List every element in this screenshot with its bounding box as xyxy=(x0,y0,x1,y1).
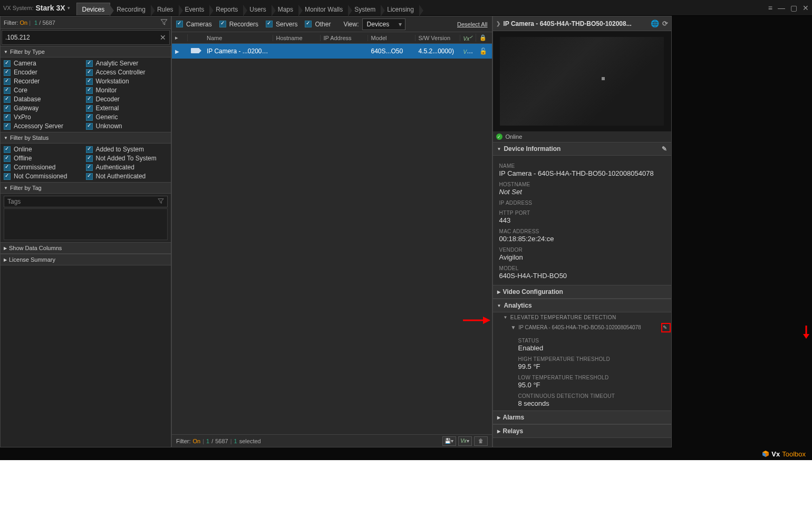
alarms-header[interactable]: ▶Alarms xyxy=(493,411,671,424)
checkbox-icon[interactable] xyxy=(219,21,226,27)
checkbox-icon[interactable] xyxy=(86,164,93,171)
checkbox-icon[interactable] xyxy=(86,87,93,94)
chevron-right-icon[interactable]: ❯ xyxy=(496,21,500,26)
tab-devices[interactable]: Devices xyxy=(76,3,111,15)
device-filter-recorders[interactable]: Recorders xyxy=(219,21,258,28)
view-dropdown[interactable]: Devices xyxy=(362,18,406,30)
filter-type-gateway[interactable]: Gateway xyxy=(4,104,86,112)
tab-events[interactable]: Events xyxy=(180,3,210,15)
filter-search[interactable]: ✕ xyxy=(2,30,170,45)
filter-status-authenticated[interactable]: Authenticated xyxy=(86,164,168,171)
tab-licensing[interactable]: Licensing xyxy=(382,3,419,15)
filter-status-commissioned[interactable]: Commissioned xyxy=(4,164,86,171)
row-lock-icon[interactable]: 🔓 xyxy=(476,47,492,55)
checkbox-icon[interactable] xyxy=(4,87,11,94)
col-version[interactable]: S/W Version xyxy=(415,35,460,41)
tab-rules[interactable]: Rules xyxy=(152,3,179,15)
checkbox-icon[interactable] xyxy=(86,105,93,112)
tab-recording[interactable]: Recording xyxy=(111,3,151,15)
filter-status-added-to-system[interactable]: Added to System xyxy=(86,146,168,153)
etd-header[interactable]: ▼ELEVATED TEMPERATURE DETECTION xyxy=(493,312,671,322)
filter-type-analytic-server[interactable]: Analytic Server xyxy=(86,60,168,67)
filter-status-online[interactable]: Online xyxy=(4,146,86,153)
delete-button[interactable]: 🗑 xyxy=(474,436,488,446)
filter-tag-header[interactable]: ▼Filter by Tag xyxy=(1,182,171,194)
tab-reports[interactable]: Reports xyxy=(210,3,243,15)
checkbox-icon[interactable] xyxy=(4,155,11,162)
close-icon[interactable]: ✕ xyxy=(803,4,809,12)
col-hostname[interactable]: Hostname xyxy=(273,35,321,41)
checkbox-icon[interactable] xyxy=(176,21,183,27)
filter-type-access-controller[interactable]: Access Controller xyxy=(86,69,168,76)
filter-type-recorder[interactable]: Recorder xyxy=(4,78,86,85)
funnel-icon[interactable] xyxy=(160,18,168,27)
filter-status-offline[interactable]: Offline xyxy=(4,155,86,162)
minimize-icon[interactable]: — xyxy=(778,4,785,12)
relays-header[interactable]: ▶Relays xyxy=(493,424,671,438)
filter-type-unknown[interactable]: Unknown xyxy=(86,122,168,130)
checkbox-icon[interactable] xyxy=(4,146,11,153)
filter-type-monitor[interactable]: Monitor xyxy=(86,87,168,94)
checkbox-icon[interactable] xyxy=(4,96,11,103)
device-filter-servers[interactable]: Servers xyxy=(266,21,297,28)
tag-funnel-icon[interactable] xyxy=(158,198,164,206)
analytics-header[interactable]: ▼Analytics xyxy=(493,299,671,312)
checkbox-icon[interactable] xyxy=(4,173,11,180)
checkbox-icon[interactable] xyxy=(86,96,93,103)
section-show-data-columns[interactable]: ▶Show Data Columns xyxy=(1,242,171,254)
tags-input[interactable]: Tags xyxy=(4,196,168,207)
tab-maps[interactable]: Maps xyxy=(273,3,298,15)
expand-row-icon[interactable]: ▶ xyxy=(172,49,188,54)
maximize-icon[interactable]: ▢ xyxy=(790,4,797,12)
refresh-icon[interactable]: ⟳ xyxy=(662,20,668,27)
checkbox-icon[interactable] xyxy=(4,105,11,112)
checkbox-icon[interactable] xyxy=(86,146,93,153)
filter-type-accessory-server[interactable]: Accessory Server xyxy=(4,122,86,130)
system-dropdown-icon[interactable]: ▾ xyxy=(67,5,70,11)
checkbox-icon[interactable] xyxy=(305,21,312,27)
tab-monitor-walls[interactable]: Monitor Walls xyxy=(299,3,348,15)
checkbox-icon[interactable] xyxy=(4,123,11,130)
col-model[interactable]: Model xyxy=(368,35,415,41)
filter-type-generic[interactable]: Generic xyxy=(86,113,168,121)
filter-status-header[interactable]: ▼Filter by Status xyxy=(1,132,171,144)
checkbox-icon[interactable] xyxy=(86,69,93,76)
col-lock[interactable]: 🔒 xyxy=(476,34,492,41)
section-license-summary[interactable]: ▶License Summary xyxy=(1,254,171,265)
filter-status-not-added-to-system[interactable]: Not Added To System xyxy=(86,155,168,162)
col-name[interactable]: Name xyxy=(204,35,273,41)
device-filter-cameras[interactable]: Cameras xyxy=(176,21,212,28)
vx-action-button[interactable]: Vx▾ xyxy=(458,436,472,446)
save-icon-button[interactable]: 💾▾ xyxy=(442,436,456,446)
checkbox-icon[interactable] xyxy=(4,69,11,76)
col-vx[interactable]: Vx✓ xyxy=(460,34,476,41)
filter-status-not-authenticated[interactable]: Not Authenticated xyxy=(86,173,168,180)
checkbox-icon[interactable] xyxy=(4,164,11,171)
filter-type-external[interactable]: External xyxy=(86,104,168,112)
filter-type-encoder[interactable]: Encoder xyxy=(4,69,86,76)
device-information-header[interactable]: ▼Device Information ✎ xyxy=(493,142,671,156)
edit-device-info-icon[interactable]: ✎ xyxy=(662,145,667,152)
device-filter-other[interactable]: Other xyxy=(305,21,331,28)
checkbox-icon[interactable] xyxy=(86,78,93,85)
filter-type-workstation[interactable]: Workstation xyxy=(86,78,168,85)
checkbox-icon[interactable] xyxy=(86,123,93,130)
filter-type-database[interactable]: Database xyxy=(4,96,86,103)
checkbox-icon[interactable] xyxy=(4,60,11,67)
checkbox-icon[interactable] xyxy=(86,60,93,67)
globe-icon[interactable]: 🌐 xyxy=(651,20,659,27)
filter-status-not-commissioned[interactable]: Not Commissioned xyxy=(4,173,86,180)
clear-search-icon[interactable]: ✕ xyxy=(160,33,166,42)
checkbox-icon[interactable] xyxy=(4,78,11,85)
checkbox-icon[interactable] xyxy=(86,155,93,162)
filter-type-header[interactable]: ▼Filter by Type xyxy=(1,46,171,58)
col-expand[interactable]: ▸ xyxy=(172,34,188,41)
video-configuration-header[interactable]: ▶Video Configuration xyxy=(493,285,671,299)
analytics-camera-header[interactable]: ▼IP CAMERA - 640S-H4A-THD-BO50-102008054… xyxy=(493,322,671,332)
system-name[interactable]: Stark 3X xyxy=(35,4,65,12)
checkbox-icon[interactable] xyxy=(266,21,273,27)
tab-users[interactable]: Users xyxy=(244,3,271,15)
checkbox-icon[interactable] xyxy=(4,114,11,121)
hamburger-icon[interactable]: ≡ xyxy=(768,4,772,12)
col-ip[interactable]: IP Address xyxy=(321,35,368,41)
